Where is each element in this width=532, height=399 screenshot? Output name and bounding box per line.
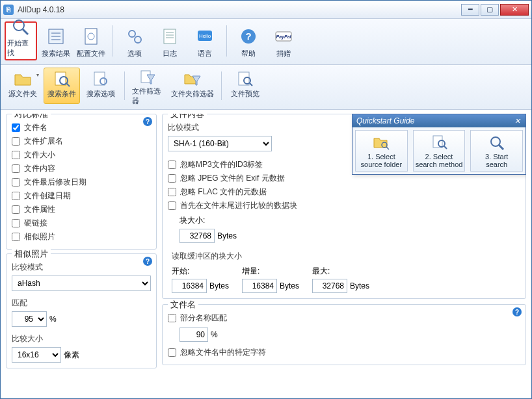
compare-mdate-checkbox[interactable] — [12, 178, 20, 187]
start-search-button[interactable]: 开始查找 — [5, 21, 37, 60]
file-preview-button[interactable]: 文件预览 — [227, 68, 263, 104]
maximize-button[interactable]: ▢ — [481, 4, 499, 16]
block-size-input[interactable] — [180, 229, 215, 243]
svg-text:?: ? — [245, 31, 251, 42]
help-button[interactable]: ? 帮助 — [232, 21, 265, 60]
bytes-label: Bytes — [209, 281, 229, 290]
hash-mode-select[interactable]: SHA-1 (160-Bit) — [168, 136, 272, 151]
funnel-icon — [139, 70, 158, 86]
step-icon — [430, 133, 448, 151]
options-button[interactable]: 选项 — [118, 21, 151, 60]
ignore-chars-checkbox[interactable] — [168, 348, 176, 357]
search-results-button[interactable]: 搜索结果 — [40, 21, 72, 60]
log-button[interactable]: 日志 — [153, 21, 186, 60]
help-badge-icon[interactable]: ? — [512, 307, 522, 316]
compare-attr-checkbox[interactable] — [12, 205, 20, 214]
group-legend: 对比标准 — [12, 114, 51, 120]
gears-icon — [124, 25, 146, 47]
ignore-exif-checkbox[interactable] — [168, 174, 176, 183]
svg-line-1 — [23, 29, 28, 34]
svg-line-35 — [499, 145, 503, 149]
sub-toolbar: ▾ 源文件夹 搜索条件 搜索选项 文件筛选器 文件夹筛选器 文件预览 — [1, 65, 531, 110]
svg-rect-10 — [164, 29, 176, 44]
svg-point-34 — [491, 137, 500, 146]
buffer-start-input[interactable] — [172, 279, 207, 293]
subtoolbar-label: 文件预览 — [231, 89, 259, 99]
log-icon — [159, 25, 181, 47]
help-badge-icon[interactable]: ? — [143, 117, 152, 126]
block-size-label: 块大小: — [180, 215, 205, 226]
step-line2: search — [472, 161, 521, 168]
buffer-inc-input[interactable] — [242, 279, 277, 293]
match-value-select[interactable]: 95 — [12, 311, 47, 327]
step-icon — [488, 133, 506, 151]
compare-hardlink-checkbox[interactable] — [12, 219, 20, 227]
titlebar: ⎘ AllDup 4.0.18 ━ ▢ ✕ — [1, 1, 531, 19]
toolbar-label: 配置文件 — [77, 49, 105, 58]
compare-size-checkbox[interactable] — [12, 151, 20, 159]
similar-mode-select[interactable]: aHash — [12, 276, 151, 291]
compare-cdate-checkbox[interactable] — [12, 192, 20, 200]
toolbar-label: 选项 — [127, 49, 142, 58]
toolbar-label: 搜索结果 — [42, 49, 70, 58]
partial-match-checkbox[interactable] — [168, 314, 176, 322]
buffer-max-input[interactable] — [312, 279, 347, 293]
svg-text:PayPal: PayPal — [276, 34, 292, 40]
help-badge-icon[interactable]: ? — [143, 257, 152, 266]
hello-icon: Hello — [194, 25, 216, 47]
quickstart-panel: Quickstart Guide ✕ 1. Selectsource folde… — [352, 114, 526, 175]
subtoolbar-label: 文件夹筛选器 — [171, 89, 214, 99]
search-criteria-button[interactable]: 搜索条件 — [44, 68, 80, 104]
search-options-button[interactable]: 搜索选项 — [83, 68, 119, 104]
folder-filter-button[interactable]: 文件夹筛选器 — [169, 68, 216, 104]
help-icon: ? — [237, 25, 259, 47]
compare-content-checkbox[interactable] — [12, 164, 20, 173]
close-button[interactable]: ✕ — [500, 4, 529, 16]
bytes-label: Bytes — [280, 281, 299, 290]
step-line1: 1. Select — [357, 153, 406, 161]
partial-match-input[interactable] — [180, 328, 208, 342]
pixel-label: 像素 — [64, 350, 79, 361]
checkbox-label: 首先在文件末尾进行比较的数据块 — [180, 200, 297, 211]
ignore-id3-checkbox[interactable] — [168, 161, 176, 169]
subtoolbar-label: 文件筛选器 — [132, 86, 165, 106]
paypal-icon: PayPal — [273, 25, 295, 47]
preview-icon — [235, 70, 255, 89]
magnifier-icon — [10, 18, 32, 37]
file-filter-button[interactable]: 文件筛选器 — [130, 68, 166, 104]
checkbox-label: 忽略MP3文件的ID3标签 — [180, 159, 263, 170]
compare-similar-checkbox[interactable] — [12, 233, 20, 241]
svg-line-30 — [386, 147, 389, 149]
window-title: AllDup 4.0.18 — [18, 5, 461, 14]
config-button[interactable]: 配置文件 — [75, 21, 107, 60]
quickstart-step-2[interactable]: 2. Selectsearch method — [413, 130, 466, 172]
donate-button[interactable]: PayPal 捐赠 — [267, 21, 300, 60]
checkbox-label: 文件属性 — [24, 204, 55, 215]
quickstart-close-icon[interactable]: ✕ — [512, 116, 522, 125]
ignore-flac-checkbox[interactable] — [168, 188, 176, 196]
checkbox-label: 忽略 FLAC 文件的元数据 — [180, 187, 267, 198]
compare-ext-checkbox[interactable] — [12, 137, 20, 146]
language-button[interactable]: Hello 语言 — [189, 21, 221, 60]
minimize-button[interactable]: ━ — [461, 4, 479, 16]
toolbar-label: 开始查找 — [7, 38, 34, 58]
bytes-label: Bytes — [350, 281, 369, 290]
group-legend: 文件内容 — [168, 114, 207, 120]
dropdown-icon: ▾ — [36, 72, 39, 78]
checkbox-label: 忽略文件名中的特定字符 — [180, 347, 266, 358]
buffer-label: 读取缓冲区的块大小 — [172, 251, 520, 262]
group-legend: 相似照片 — [12, 248, 51, 260]
compare-filename-checkbox[interactable] — [12, 123, 20, 132]
compare-size-select[interactable]: 16x16 — [12, 347, 61, 363]
quickstart-step-3[interactable]: 3. Startsearch — [470, 130, 523, 172]
checkbox-label: 文件创建日期 — [24, 190, 71, 201]
toolbar-label: 捐赠 — [276, 49, 291, 58]
filename-group: 文件名 ? 部分名称匹配 % 忽略文件名中的特定字符 — [162, 304, 526, 365]
group-legend: 文件名 — [168, 299, 198, 311]
source-folders-button[interactable]: ▾ 源文件夹 — [5, 68, 41, 104]
similar-photos-group: 相似照片 ? 比较模式 aHash 匹配 95 % 比较大小 16x16 像素 — [6, 253, 157, 368]
match-label: 匹配 — [12, 298, 151, 309]
quickstart-step-1[interactable]: 1. Selectsource folder — [355, 130, 408, 172]
tail-first-checkbox[interactable] — [168, 201, 176, 210]
toolbar-label: 帮助 — [241, 49, 256, 58]
